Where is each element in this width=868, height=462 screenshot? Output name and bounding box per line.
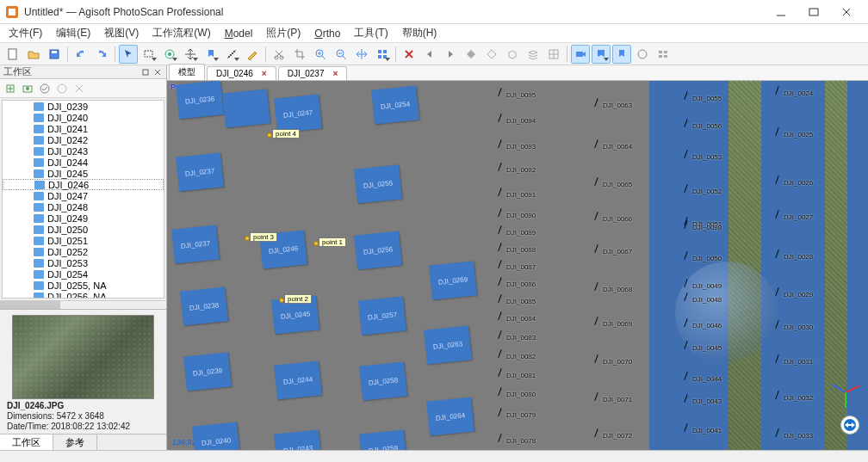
tree-item[interactable]: DJI_0251: [3, 235, 164, 246]
menu-file[interactable]: 文件(F): [2, 24, 49, 42]
camera-tile[interactable]: DJI_0269: [429, 261, 477, 299]
close-icon[interactable]: ×: [332, 69, 338, 78]
tree-item[interactable]: DJI_0256, NA: [3, 291, 164, 299]
rect-select-tool-button[interactable]: [140, 45, 158, 64]
redo-button[interactable]: [92, 45, 111, 64]
menu-photo[interactable]: 照片(P): [259, 24, 307, 42]
camera-tile[interactable]: DJI_0256: [354, 231, 402, 269]
camera-tile[interactable]: DJI_0259: [359, 429, 407, 450]
tree-item[interactable]: DJI_0246: [3, 179, 164, 190]
crop-button[interactable]: [290, 45, 309, 64]
tree-item[interactable]: DJI_0250: [3, 224, 164, 235]
disable-button[interactable]: [53, 80, 71, 97]
mesh-tool-button[interactable]: [160, 45, 179, 64]
tree-item[interactable]: DJI_0255, NA: [3, 280, 164, 291]
window-minimize-button[interactable]: [765, 3, 797, 22]
camera-tile[interactable]: DJI_0244: [274, 360, 322, 399]
marker-tool-button[interactable]: [202, 45, 220, 64]
camera-tile[interactable]: DJI_0240: [192, 422, 240, 450]
viewport-tab-1[interactable]: DJI_0246×: [207, 66, 276, 80]
show-thumbnails-button[interactable]: [654, 45, 673, 64]
menu-tools[interactable]: 工具(T): [347, 24, 394, 42]
tree-item[interactable]: DJI_0241: [3, 123, 164, 134]
show-region-button[interactable]: [612, 45, 631, 64]
tree-item[interactable]: DJI_0243: [3, 145, 164, 157]
add-chunk-button[interactable]: [2, 80, 19, 97]
tree-item[interactable]: DJI_0239: [3, 101, 164, 112]
enable-button[interactable]: [36, 80, 53, 97]
camera-tile[interactable]: DJI_0263: [424, 325, 472, 364]
camera-tile[interactable]: DJI_0238: [180, 286, 228, 325]
marker-label[interactable]: point 4: [272, 129, 300, 139]
tree-item[interactable]: DJI_0253: [3, 257, 164, 268]
camera-tile[interactable]: DJI_0247: [274, 94, 322, 132]
marker-label[interactable]: point 3: [250, 232, 277, 242]
menu-ortho[interactable]: Ortho: [307, 26, 347, 41]
camera-tile[interactable]: DJI_0254: [371, 85, 419, 124]
marker-point[interactable]: [245, 236, 250, 241]
cube-button[interactable]: [503, 45, 522, 64]
axis-gizmo[interactable]: [832, 378, 863, 409]
grid-button[interactable]: [544, 45, 563, 64]
new-doc-button[interactable]: [3, 45, 22, 64]
camera-tile[interactable]: DJI_0255: [354, 164, 402, 203]
show-trackball-button[interactable]: [633, 45, 652, 64]
viewport-tab-2[interactable]: DJI_0237×: [278, 66, 348, 80]
move-tool-button[interactable]: [181, 45, 200, 64]
marker-label[interactable]: point 1: [319, 237, 346, 247]
show-markers-button[interactable]: [592, 45, 611, 64]
viewport-tab-model[interactable]: 模型: [169, 64, 205, 80]
panel-float-button[interactable]: [140, 67, 151, 77]
prev-button[interactable]: [420, 45, 439, 64]
view-preset-button[interactable]: [373, 45, 392, 64]
menu-view[interactable]: 视图(V): [97, 24, 146, 42]
tree-item[interactable]: DJI_0240: [3, 112, 164, 123]
cut-button[interactable]: [270, 45, 288, 64]
menu-edit[interactable]: 编辑(E): [49, 24, 97, 42]
undo-button[interactable]: [71, 45, 90, 64]
show-cameras-button[interactable]: [571, 45, 590, 64]
open-button[interactable]: [24, 45, 43, 64]
camera-tile[interactable]: DJI_0257: [358, 296, 406, 335]
draw-tool-button[interactable]: [243, 45, 262, 64]
menu-model[interactable]: Model: [218, 26, 260, 41]
save-button[interactable]: [45, 45, 64, 64]
tree-item[interactable]: DJI_0252: [3, 246, 164, 257]
camera-tile[interactable]: DJI_0237: [176, 152, 224, 191]
navigate-tool-button[interactable]: [119, 45, 138, 64]
menu-workflow[interactable]: 工作流程(W): [146, 24, 217, 42]
tree-item[interactable]: DJI_0242: [3, 134, 164, 145]
tree-item[interactable]: DJI_0245: [3, 168, 164, 179]
tree-item[interactable]: DJI_0254: [3, 268, 164, 280]
teamviewer-icon[interactable]: [840, 416, 859, 434]
workspace-tree[interactable]: DJI_0239DJI_0240DJI_0241DJI_0242DJI_0243…: [2, 100, 164, 299]
camera-tile[interactable]: [222, 89, 270, 127]
model-viewport[interactable]: Perspective 0° 136,825 points DJI_0236DJ…: [167, 81, 868, 450]
remove-button[interactable]: [71, 80, 88, 97]
measure-tool-button[interactable]: [222, 45, 241, 64]
fit-view-button[interactable]: [352, 45, 371, 64]
marker-point[interactable]: [279, 298, 284, 303]
close-icon[interactable]: ×: [262, 69, 267, 78]
tree-item[interactable]: DJI_0247: [3, 190, 164, 201]
workspace-hscroll[interactable]: [0, 300, 166, 309]
tree-item[interactable]: DJI_0248: [3, 201, 164, 213]
add-photos-button[interactable]: [19, 80, 36, 97]
camera-tile[interactable]: DJI_0243: [274, 429, 322, 450]
tree-item[interactable]: DJI_0244: [3, 157, 164, 168]
zoom-out-button[interactable]: [332, 45, 350, 64]
panel-close-button[interactable]: [152, 67, 163, 77]
marker-point[interactable]: [267, 132, 272, 138]
camera-tile[interactable]: DJI_0258: [359, 361, 407, 400]
window-maximize-button[interactable]: [797, 3, 830, 22]
marker-label[interactable]: point 2: [284, 294, 312, 304]
diamond-1-button[interactable]: [462, 45, 480, 64]
menu-help[interactable]: 帮助(H): [395, 24, 444, 42]
tree-item[interactable]: DJI_0249: [3, 213, 164, 224]
diamond-2-button[interactable]: [482, 45, 501, 64]
zoom-in-button[interactable]: [311, 45, 330, 64]
delete-button[interactable]: [400, 45, 418, 64]
next-button[interactable]: [441, 45, 460, 64]
sidebar-tab-workspace[interactable]: 工作区: [0, 434, 53, 450]
layers-button[interactable]: [524, 45, 542, 64]
